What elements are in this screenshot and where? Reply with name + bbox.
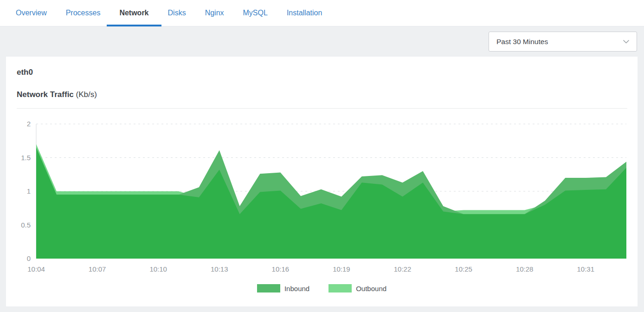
legend-item-outbound[interactable]: Outbound	[328, 284, 386, 292]
x-tick-label: 10:10	[149, 265, 167, 273]
chart-title-unit: (Kb/s)	[76, 90, 97, 99]
time-range-select[interactable]: Past 30 Minutes	[489, 32, 637, 52]
tab-network[interactable]: Network	[107, 0, 161, 26]
chart-title: Network Traffic (Kb/s)	[6, 90, 638, 99]
tab-processes[interactable]: Processes	[66, 0, 101, 26]
x-tick-label: 10:04	[27, 265, 45, 273]
outbound-label: Outbound	[356, 285, 386, 292]
tab-bar: Overview Processes Network Disks Nginx M…	[0, 0, 644, 26]
x-tick-label: 10:19	[333, 265, 350, 273]
chevron-down-icon	[622, 38, 630, 46]
tab-disks[interactable]: Disks	[168, 0, 186, 26]
x-tick-label: 10:07	[89, 265, 106, 273]
x-tick-label: 10:16	[272, 265, 290, 273]
x-tick-label: 10:22	[394, 265, 412, 273]
tab-mysql[interactable]: MySQL	[243, 0, 268, 26]
x-tick-label: 10:31	[577, 265, 595, 273]
chart-area: 00.511.5210:0410:0710:1010:1310:1610:191…	[6, 109, 638, 278]
toolbar: Past 30 Minutes	[0, 26, 644, 57]
outbound-swatch	[328, 284, 352, 292]
chart-title-main: Network Traffic	[17, 90, 74, 99]
time-range-value: Past 30 Minutes	[496, 38, 548, 46]
x-tick-label: 10:13	[211, 265, 228, 273]
y-tick-label: 0.5	[21, 221, 31, 229]
y-tick-label: 1.5	[21, 154, 31, 162]
tab-overview[interactable]: Overview	[16, 0, 47, 26]
tab-nginx[interactable]: Nginx	[205, 0, 224, 26]
chart-legend: Inbound Outbound	[6, 284, 638, 292]
legend-item-inbound[interactable]: Inbound	[257, 284, 309, 292]
interface-title: eth0	[6, 68, 638, 77]
y-tick-label: 0	[27, 254, 31, 262]
x-tick-label: 10:28	[516, 265, 534, 273]
inbound-label: Inbound	[284, 285, 309, 292]
network-card: eth0 Network Traffic (Kb/s) 00.511.5210:…	[6, 57, 638, 306]
network-traffic-chart: 00.511.5210:0410:0710:1010:1310:1610:191…	[6, 109, 638, 276]
y-tick-label: 1	[27, 187, 31, 195]
x-tick-label: 10:25	[455, 265, 472, 273]
tab-installation[interactable]: Installation	[287, 0, 322, 26]
inbound-swatch	[257, 284, 280, 292]
y-tick-label: 2	[27, 120, 31, 128]
